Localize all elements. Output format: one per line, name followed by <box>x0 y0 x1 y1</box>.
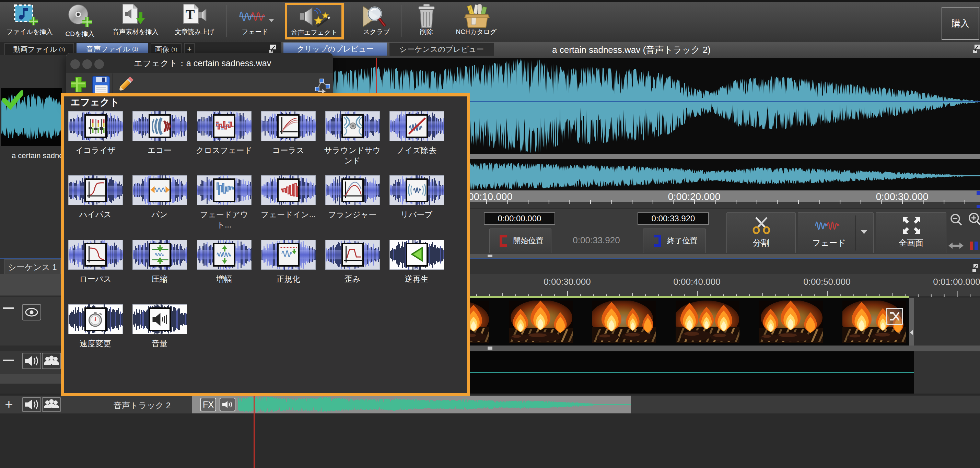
svg-text:T: T <box>186 7 195 22</box>
